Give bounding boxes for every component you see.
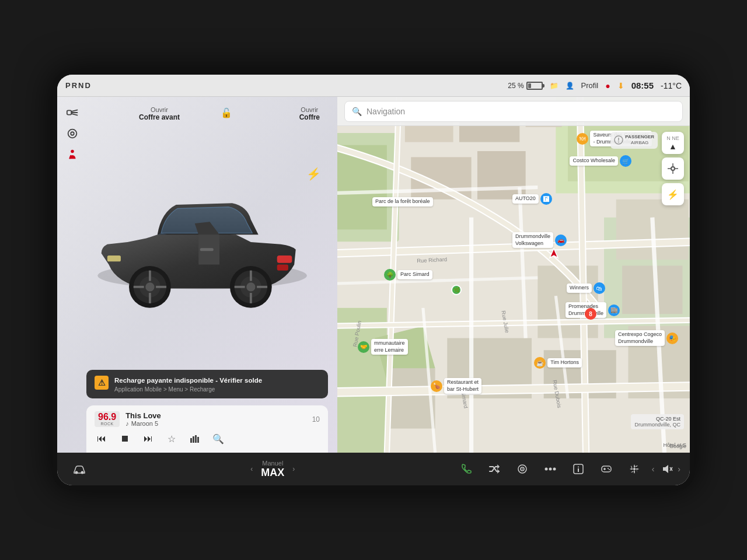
warning-icon: ⚠: [95, 376, 109, 390]
folder-icon[interactable]: 📁: [550, 82, 558, 90]
airbag-label-2: AIRBAG: [625, 140, 654, 146]
fan-next-button[interactable]: ›: [292, 465, 295, 473]
svg-point-67: [75, 471, 78, 474]
prnd-display: PRND: [65, 81, 92, 90]
poi-parc-simard[interactable]: 🌳 Parc Simard: [384, 269, 432, 281]
poi-label-simard: Parc Simard: [397, 270, 432, 279]
person-icon[interactable]: [64, 148, 81, 161]
poi-icon-saveurs: 🍽: [577, 133, 588, 145]
fan-prev-button[interactable]: ‹: [250, 465, 253, 473]
games-button[interactable]: [594, 456, 619, 482]
svg-point-61: [671, 167, 675, 170]
battery-percent: 25 %: [508, 82, 523, 90]
shuffle-button[interactable]: [481, 456, 507, 482]
poi-parc-foret[interactable]: Parc de la forêt boréale: [372, 197, 433, 206]
status-temperature: -11°C: [661, 81, 682, 90]
artist-name: Maroon 5: [131, 420, 158, 427]
favorite-button[interactable]: ☆: [165, 432, 179, 446]
location-button[interactable]: [662, 158, 684, 180]
music-info: 96.9 ROCK This Love ♪ Maroon 5 10: [95, 411, 320, 427]
svg-point-6: [71, 150, 74, 153]
rear-trunk-label[interactable]: Ouvrir Coffre: [299, 106, 320, 121]
poi-winners[interactable]: Winners 🛍: [567, 282, 605, 294]
exit-label-text: QC-20 Est: [634, 416, 680, 422]
poi-icon-auto20: 🅿: [540, 193, 552, 205]
stop-button[interactable]: ⏹: [118, 432, 132, 446]
warning-subtitle: Application Mobile > Menu > Recharge: [114, 386, 320, 393]
svg-point-81: [608, 468, 609, 469]
info-button[interactable]: [566, 456, 591, 482]
record-icon: ●: [605, 81, 610, 90]
poi-centrexpo[interactable]: Centrexpo CogecoDrummondville 🎭: [615, 330, 678, 346]
song-details: This Love ♪ Maroon 5: [125, 411, 306, 427]
more-button[interactable]: [537, 456, 563, 482]
poi-dot-1: 🌿: [451, 285, 462, 295]
svg-rect-25: [200, 248, 214, 251]
warning-title: Recharge payante indisponible - Vérifier…: [114, 376, 320, 385]
profile-icon[interactable]: 👤: [566, 82, 574, 90]
warning-notification: ⚠ Recharge payante indisponible - Vérifi…: [86, 370, 328, 398]
song-artist: ♪ Maroon 5: [125, 420, 306, 427]
poi-costco[interactable]: Costco Wholesale 🛒: [570, 155, 631, 167]
prev-button[interactable]: ⏮: [95, 432, 109, 446]
car-diagram: [86, 126, 326, 358]
fan-label: Manuel: [262, 460, 283, 467]
svg-point-73: [549, 468, 551, 471]
passenger-airbag-notice: PASSENGER AIRBAG: [610, 132, 658, 149]
svg-line-3: [71, 114, 78, 116]
svg-point-68: [81, 471, 84, 474]
poi-icon-timhortons: ☕: [534, 357, 546, 369]
car-taskbar-button[interactable]: [67, 456, 92, 482]
svg-point-74: [553, 468, 556, 471]
search-icon: 🔍: [352, 107, 362, 116]
nav-search-bar[interactable]: 🔍 Navigation: [344, 101, 683, 122]
poi-timhortons[interactable]: ☕ Tim Hortons: [534, 357, 582, 369]
phone-button[interactable]: [453, 456, 479, 482]
airbag-label-1: PASSENGER: [625, 134, 654, 140]
svg-point-12: [145, 282, 154, 291]
nav-next-button[interactable]: ›: [678, 464, 680, 474]
poi-icon-centrexpo: 🎭: [666, 332, 678, 344]
song-title: This Love: [125, 411, 306, 420]
svg-rect-47: [622, 265, 682, 314]
unlock-icon[interactable]: 🔓: [221, 107, 232, 118]
poi-label-centrexpo: Centrexpo CogecoDrummondville: [615, 330, 665, 346]
svg-rect-26: [277, 256, 292, 263]
poi-icon-costco: 🛒: [620, 155, 631, 167]
dashcam-button[interactable]: [509, 456, 535, 482]
profile-label: Profil: [581, 81, 599, 90]
headlights-icon[interactable]: [64, 106, 81, 119]
compass-button[interactable]: N NE ▲: [662, 132, 684, 154]
nav-prev-button[interactable]: ‹: [652, 464, 655, 474]
fan-value: MAX: [257, 467, 288, 479]
next-button[interactable]: ⏭: [141, 432, 155, 446]
svg-marker-66: [550, 249, 558, 258]
poi-volkswagen[interactable]: DrummondvilleVolkswagen 🚗: [512, 232, 567, 248]
poi-icon-promenades: 🏬: [608, 304, 620, 316]
poi-auto20[interactable]: AUTO20 🅿: [512, 193, 552, 205]
svg-rect-28: [107, 256, 121, 261]
poi-icon-volkswagen: 🚗: [555, 235, 567, 246]
radio-badge: 96.9 ROCK: [95, 411, 120, 427]
map-panel[interactable]: Rue Richard Rue Julie Rue Simard Rue Pou…: [337, 97, 690, 453]
screen-bezel: PRND 25 % 📁 👤 Profil ● ⬇ 08:55 -11°C: [53, 70, 694, 490]
search-music-button[interactable]: 🔍: [211, 432, 225, 446]
svg-point-20: [246, 282, 255, 291]
tire-icon[interactable]: [64, 127, 81, 140]
svg-rect-27: [277, 264, 288, 270]
bolt-button[interactable]: ⚡: [662, 183, 684, 205]
front-trunk-label[interactable]: Ouvrir Coffre avant: [139, 106, 180, 121]
battery-fill: [528, 83, 532, 88]
volume-mute-button[interactable]: [661, 464, 673, 474]
status-bar: PRND 25 % 📁 👤 Profil ● ⬇ 08:55 -11°C: [57, 75, 690, 97]
ac-button[interactable]: [622, 456, 647, 482]
current-position: [547, 247, 560, 262]
poi-communautaire[interactable]: 🤝 mmunautaireerre Lemaire: [358, 339, 408, 355]
equalizer-button[interactable]: [188, 432, 202, 446]
warning-text: Recharge payante indisponible - Vérifier…: [114, 376, 320, 393]
search-placeholder: Navigation: [366, 107, 405, 116]
track-number: 10: [312, 415, 320, 424]
poi-label-winners: Winners: [567, 284, 592, 293]
svg-rect-30: [193, 436, 194, 443]
poi-sthubert[interactable]: 🍗 Restaurant etbar St-Hubert: [431, 378, 481, 394]
